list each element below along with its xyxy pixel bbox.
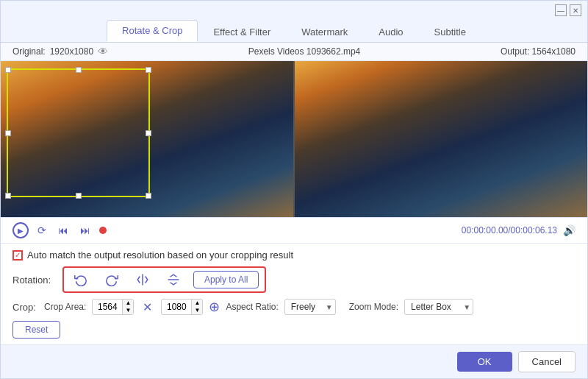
preview-area [1,61,587,217]
time-current: 00:00:00.00 [462,225,508,235]
preview-right [295,61,587,217]
crop-width-spinners: ▲ ▼ [122,300,133,314]
rotate-ccw-button[interactable] [70,272,92,288]
crop-width-up[interactable]: ▲ [123,300,133,307]
tab-bar: Rotate & Crop Effect & Filter Watermark … [1,20,587,43]
time-display: 00:00:00.00/00:00:06.13 [462,225,557,235]
loop-button[interactable]: ⟳ [35,223,49,238]
zoom-mode-select-wrap: Letter Box Pan & Scan Full ▼ [404,299,473,315]
rotation-label: Rotation: [12,274,57,286]
crop-label: Crop: [12,302,38,313]
rotation-controls-box: Apply to All [62,266,266,293]
ok-button[interactable]: OK [457,352,512,372]
tab-watermark[interactable]: Watermark [286,21,363,42]
crop-height-input[interactable] [162,300,191,314]
eye-icon[interactable]: 👁 [98,46,108,57]
cross-icon: ✕ [140,300,155,314]
reset-button[interactable]: Reset [12,321,60,339]
left-preview-image [1,61,293,217]
aspect-ratio-select-wrap: Freely 16:9 4:3 1:1 9:16 ▼ [284,299,336,315]
crop-row: Crop: Crop Area: ▲ ▼ ✕ ▲ ▼ ⊕ Aspect Rati… [12,299,576,315]
zoom-mode-select[interactable]: Letter Box Pan & Scan Full [404,299,473,315]
crop-height-input-wrap: ▲ ▼ [161,299,203,315]
apply-all-button[interactable]: Apply to All [193,271,259,288]
filename: Pexels Videos 1093662.mp4 [248,46,361,57]
tab-effect-filter[interactable]: Effect & Filter [198,21,286,42]
link-icon[interactable]: ⊕ [209,299,220,315]
original-value: 1920x1080 [50,46,93,57]
close-button[interactable]: ✕ [570,4,581,16]
cancel-button[interactable]: Cancel [518,351,576,372]
crop-width-down[interactable]: ▼ [123,307,133,314]
crop-area-label: Crop Area: [44,302,86,312]
minimize-button[interactable]: — [555,4,567,16]
zoom-mode-label: Zoom Mode: [349,302,398,312]
tab-rotate-crop[interactable]: Rotate & Crop [107,20,198,42]
footer: OK Cancel [1,344,587,378]
auto-match-checkbox[interactable] [12,250,23,261]
record-indicator [99,227,107,234]
auto-match-row: Auto match the output resolution based o… [12,249,576,261]
tab-audio[interactable]: Audio [363,21,418,42]
rotate-ccw-icon [74,273,87,286]
flip-h-button[interactable] [132,272,154,288]
info-bar: Original: 1920x1080 👁 Pexels Videos 1093… [1,43,587,61]
time-total: 00:00:06.13 [511,225,557,235]
crop-height-spinners: ▲ ▼ [191,300,202,314]
aspect-ratio-label: Aspect Ratio: [226,302,278,312]
auto-match-label: Auto match the output resolution based o… [27,249,293,261]
crop-width-input-wrap: ▲ ▼ [92,299,134,315]
tab-subtitle[interactable]: Subtitle [419,21,481,42]
aspect-ratio-select[interactable]: Freely 16:9 4:3 1:1 9:16 [284,299,336,315]
flip-v-button[interactable] [162,272,184,288]
output-value: 1564x1080 [532,46,576,57]
volume-icon[interactable]: 🔊 [563,224,576,236]
playback-controls: ▶ ⟳ ⏮ ⏭ 00:00:00.00/00:00:06.13 🔊 [1,217,587,244]
reset-row: Reset [12,321,576,339]
skip-end-button[interactable]: ⏭ [77,223,93,238]
original-label: Original: [12,46,46,57]
bottom-controls: Auto match the output resolution based o… [1,244,587,344]
title-bar: — ✕ [1,1,587,20]
main-window: — ✕ Rotate & Crop Effect & Filter Waterm… [0,0,588,379]
rotate-cw-button[interactable] [101,272,123,288]
crop-height-up[interactable]: ▲ [192,300,202,307]
flip-h-icon [136,273,149,286]
rotation-row: Rotation: [12,266,576,293]
skip-start-button[interactable]: ⏮ [55,223,71,238]
play-button[interactable]: ▶ [12,222,29,238]
output-label: Output: [501,46,529,57]
crop-height-down[interactable]: ▼ [192,307,202,314]
crop-width-input[interactable] [93,300,122,314]
right-preview-image [295,61,587,217]
rotate-cw-icon [105,273,118,286]
preview-left [1,61,295,217]
flip-v-icon [167,273,180,286]
